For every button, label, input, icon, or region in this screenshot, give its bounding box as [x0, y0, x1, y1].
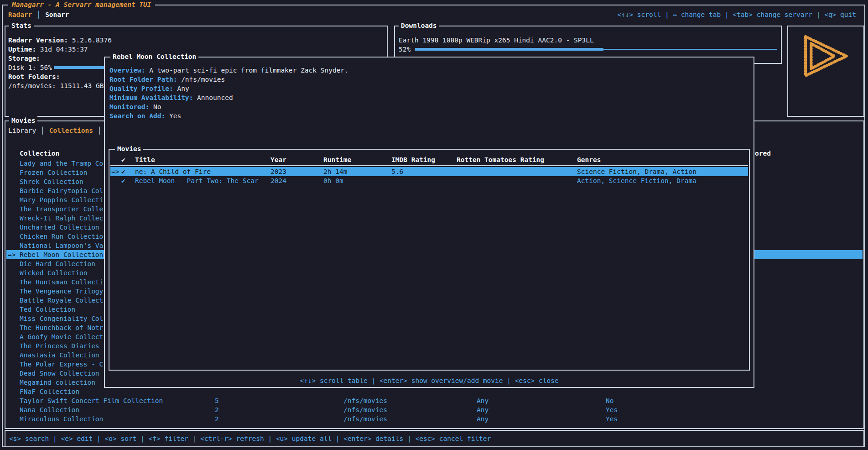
top-keybindings: <↑↓> scroll | ↔ change tab | <tab> chang… [617, 10, 856, 19]
collection-quality-profile: Any [477, 396, 489, 405]
popup-movies-table-title: Movies [115, 144, 143, 153]
collection-name: Barbie Fairytopia Col [20, 186, 103, 195]
disk-usage-label: Disk 1: 56% [8, 64, 52, 71]
collection-name: Mary Poppins Collecti [20, 195, 103, 204]
movie-runtime: 2h 14m [323, 167, 347, 176]
movie-runtime: 0h 0m [323, 176, 343, 185]
collection-quality-profile: Any [477, 405, 489, 414]
selection-prefix-icon: => [111, 167, 119, 176]
collection-name: Uncharted Collection [20, 223, 99, 232]
movies-panel-title: Movies [9, 116, 37, 125]
collection-name: Frozen Collection [20, 168, 87, 177]
radarr-version-value: 5.2.6.8376 [72, 37, 112, 44]
collection-name: The Transporter Colle [20, 204, 103, 214]
search-on-add-label: Search on Add: [109, 112, 165, 120]
tab-separator: │ [32, 11, 45, 18]
collection-name: Taylor Swift Concert Film Collection [20, 396, 163, 405]
movie-year: 2024 [270, 176, 286, 185]
header-title: Title [135, 155, 155, 164]
collection-name: The Princess Diaries [20, 341, 99, 351]
header-imdb-rating: IMDB Rating [391, 155, 435, 164]
collection-monitored: Yes [606, 414, 618, 424]
disk-usage-row: Disk 1: 56% [8, 63, 52, 72]
collection-name: The Huntsman Collecti [20, 277, 103, 287]
header-underline [110, 165, 748, 166]
collection-movie-count: 2 [215, 414, 219, 424]
popup-title: Rebel Moon Collection [110, 52, 198, 61]
collection-name: Wreck-It Ralph Collec [20, 214, 103, 223]
root-folder-path-value: /nfs/movies [181, 76, 225, 83]
movie-title: ne: A Child of Fire [135, 167, 211, 176]
collection-row[interactable]: Miraculous Collection2/nfs/moviesAnyYes [6, 414, 863, 424]
uptime-label: Uptime: [8, 46, 36, 53]
header-rotten-tomatoes-rating: Rotten Tomatoes Rating [457, 155, 544, 164]
overview-field: Overview: A two-part sci-fi epic from fi… [109, 66, 348, 75]
root-folder-row: /nfs/movies: 11511.43 GB [8, 81, 104, 90]
collection-name: Megamind collection [20, 378, 95, 387]
collection-name: Anastasia Collection [20, 351, 99, 360]
collection-row[interactable]: FNaF Collection [6, 387, 863, 396]
monitored-label: Monitored: [109, 103, 149, 110]
collection-name: The Polar Express - C [20, 360, 103, 369]
movie-imdb-rating: 5.6 [391, 167, 403, 176]
tab-collections[interactable]: Collections [49, 127, 93, 134]
overview-label: Overview: [109, 67, 146, 74]
popup-movies-table-header: ✔ Title Year Runtime IMDB Rating Rotten … [109, 155, 749, 164]
header-year: Year [270, 155, 286, 164]
tab-radarr[interactable]: Radarr [8, 11, 32, 18]
collection-name: The Hunchback of Notr [20, 323, 103, 332]
app-title: Managarr - A Servarr management TUI [8, 0, 155, 9]
root-folders-row: Root Folders: [8, 72, 60, 81]
storage-row: Storage: [8, 54, 40, 63]
collection-quality-profile: Any [477, 414, 489, 424]
collection-name: Dead Snow Collection [20, 369, 99, 378]
root-folder-value: /nfs/movies: 11511.43 GB [8, 82, 104, 89]
search-on-add-field: Search on Add: Yes [109, 111, 181, 120]
root-folder-path-field: Root Folder Path: /nfs/movies [109, 75, 225, 84]
managarr-app: Managarr - A Servarr management TUI Rada… [0, 0, 868, 450]
collection-row[interactable]: Nana Collection2/nfs/moviesAnyYes [6, 405, 863, 414]
storage-label: Storage: [8, 55, 40, 62]
collection-name: Wicked Collection [20, 268, 87, 277]
movie-title: Rebel Moon - Part Two: The Scar [135, 176, 259, 185]
bottom-keybindings: <s> search | <e> edit | <o> sort | <f> f… [9, 434, 491, 443]
popup-movies-table: Movies ✔ Title Year Runtime IMDB Rating … [109, 149, 750, 371]
collection-monitored: Yes [606, 405, 618, 414]
minimum-availability-label: Minimum Availability: [109, 94, 193, 101]
collection-root-folder: /nfs/movies [343, 405, 387, 414]
uptime-value: 31d 04:35:37 [40, 46, 88, 53]
tab-library[interactable]: Library [8, 127, 36, 134]
collection-name: FNaF Collection [20, 387, 79, 396]
movie-genres: Action, Science Fiction, Drama [577, 176, 696, 185]
root-folder-path-label: Root Folder Path: [109, 76, 177, 83]
quality-profile-label: Quality Profile: [109, 85, 173, 92]
tab-sonarr[interactable]: Sonarr [45, 11, 69, 18]
collection-name: A Goofy Movie Collect [20, 332, 103, 341]
collection-root-folder: /nfs/movies [343, 396, 387, 405]
movies-sub-tabs: Library│Collections│ [8, 126, 106, 135]
collection-name: Nana Collection [20, 405, 79, 414]
movie-monitored-check-icon: ✔ [121, 176, 125, 185]
monitored-value: No [153, 103, 161, 110]
collection-root-folder: /nfs/movies [343, 414, 387, 424]
collection-name: Rebel Moon Collection [20, 250, 103, 259]
managarr-play-logo-icon [796, 32, 856, 80]
search-on-add-value: Yes [169, 112, 181, 120]
collection-column-header: Collection [20, 149, 59, 158]
download-percent-label: 52% [399, 45, 411, 54]
minimum-availability-value: Announced [197, 94, 233, 101]
popup-movie-row[interactable]: =>✔ne: A Child of Fire20232h 14m5.6Scien… [110, 167, 748, 176]
collection-row[interactable]: Taylor Swift Concert Film Collection5/nf… [6, 396, 863, 405]
quality-profile-field: Quality Profile: Any [109, 84, 189, 93]
header-monitored-check: ✔ [121, 155, 125, 164]
collection-name: Lady and the Tramp Co [20, 159, 103, 168]
movie-genres: Science Fiction, Drama, Action [577, 167, 696, 176]
header-runtime: Runtime [323, 155, 351, 164]
download-gauge-fill [415, 48, 603, 51]
quality-profile-value: Any [177, 85, 189, 92]
movie-monitored-check-icon: ✔ [121, 167, 125, 176]
popup-movie-row[interactable]: ✔Rebel Moon - Part Two: The Scar20240h 0… [110, 176, 748, 185]
uptime-row: Uptime: 31d 04:35:37 [8, 45, 88, 54]
overview-value: A two-part sci-fi epic from filmmaker Za… [149, 67, 348, 74]
download-gauge [415, 45, 777, 54]
